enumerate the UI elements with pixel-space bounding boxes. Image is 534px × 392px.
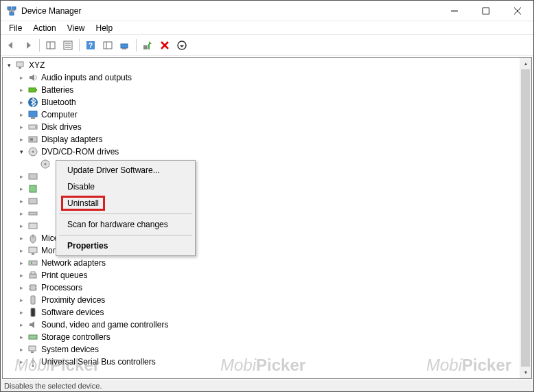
svg-rect-30 xyxy=(29,88,36,92)
ctx-properties[interactable]: Properties xyxy=(58,238,194,254)
chevron-right-icon[interactable]: ▸ xyxy=(16,246,26,255)
close-button[interactable] xyxy=(502,1,533,21)
scroll-thumb[interactable] xyxy=(521,69,530,367)
chevron-right-icon[interactable]: ▸ xyxy=(16,122,26,132)
tree-category-audio[interactable]: ▸ Audio inputs and outputs xyxy=(3,71,531,84)
tree-category-processors[interactable]: ▸ Processors xyxy=(3,281,531,294)
tree-category-disk-drives[interactable]: ▸ Disk drives xyxy=(3,121,531,133)
help-button[interactable]: ? xyxy=(83,38,98,53)
chevron-right-icon[interactable]: ▸ xyxy=(16,357,26,367)
properties-button[interactable] xyxy=(60,38,76,53)
scroll-down-icon[interactable]: ▾ xyxy=(520,367,531,378)
svg-point-66 xyxy=(32,365,34,367)
ctx-label: Update Driver Software... xyxy=(67,165,160,175)
disc-icon xyxy=(27,146,38,157)
svg-rect-61 xyxy=(31,296,35,304)
tree-category-print-queues[interactable]: ▸ Print queues xyxy=(3,269,531,281)
cpu-icon xyxy=(27,282,38,293)
chevron-right-icon[interactable]: ▸ xyxy=(16,209,26,218)
svg-rect-31 xyxy=(36,89,37,91)
chevron-right-icon[interactable]: ▸ xyxy=(16,85,26,95)
chevron-right-icon[interactable]: ▸ xyxy=(16,283,26,292)
svg-rect-23 xyxy=(143,45,148,49)
svg-rect-63 xyxy=(29,335,37,339)
tree-category-system[interactable]: ▸ System devices xyxy=(3,343,531,356)
update-driver-button[interactable] xyxy=(174,38,189,53)
tree-category-display-adapters[interactable]: ▸ Display adapters xyxy=(3,133,531,146)
svg-rect-11 xyxy=(47,42,55,49)
printer-icon xyxy=(27,270,38,281)
maximize-button[interactable] xyxy=(470,1,502,21)
chevron-right-icon[interactable]: ▸ xyxy=(16,196,26,206)
chevron-right-icon[interactable]: ▸ xyxy=(16,233,26,243)
ctx-disable[interactable]: Disable xyxy=(58,178,194,195)
tree-category-usb[interactable]: ▸ Universal Serial Bus controllers xyxy=(3,356,531,368)
chevron-down-icon[interactable]: ▾ xyxy=(16,147,26,157)
chevron-right-icon[interactable]: ▸ xyxy=(16,308,26,317)
svg-rect-19 xyxy=(104,42,112,49)
tree-category-network[interactable]: ▸ Network adapters xyxy=(3,257,531,269)
tree-category-proximity[interactable]: ▸ Proximity devices xyxy=(3,294,531,306)
forward-button[interactable] xyxy=(21,38,36,53)
tree-category-batteries[interactable]: ▸ Batteries xyxy=(3,84,531,96)
disable-button[interactable] xyxy=(157,38,172,53)
chevron-right-icon[interactable]: ▸ xyxy=(16,184,26,194)
menu-view[interactable]: View xyxy=(62,22,91,34)
context-menu: Update Driver Software... Disable Uninst… xyxy=(56,160,196,256)
usb-icon xyxy=(27,356,38,367)
node-label: Audio inputs and outputs xyxy=(41,73,132,82)
vertical-scrollbar[interactable]: ▴ ▾ xyxy=(520,58,531,378)
scroll-up-icon[interactable]: ▴ xyxy=(520,58,531,69)
svg-text:?: ? xyxy=(89,42,93,49)
tree-category-storage[interactable]: ▸ Storage controllers xyxy=(3,331,531,343)
chevron-right-icon[interactable]: ▸ xyxy=(16,73,26,82)
svg-rect-56 xyxy=(30,285,36,290)
tree-category-sound[interactable]: ▸ Sound, video and game controllers xyxy=(3,319,531,331)
chevron-right-icon[interactable]: ▸ xyxy=(16,97,26,107)
tree-category-dvd-cd-drives[interactable]: ▾ DVD/CD-ROM drives xyxy=(3,146,531,158)
node-label: Sound, video and game controllers xyxy=(41,320,168,330)
device-icon xyxy=(27,183,38,194)
scan-hardware-button[interactable] xyxy=(117,38,132,53)
tree-category-software[interactable]: ▸ Software devices xyxy=(3,306,531,319)
svg-rect-22 xyxy=(122,48,126,49)
show-hidden-button[interactable] xyxy=(43,38,58,53)
chevron-right-icon[interactable]: ▸ xyxy=(16,320,26,330)
chevron-right-icon[interactable]: ▸ xyxy=(16,332,26,342)
chevron-right-icon[interactable]: ▸ xyxy=(16,110,26,119)
chevron-right-icon[interactable]: ▸ xyxy=(16,270,26,280)
ctx-update-driver[interactable]: Update Driver Software... xyxy=(58,162,194,178)
svg-rect-34 xyxy=(31,117,35,119)
ctx-uninstall[interactable]: Uninstall xyxy=(58,195,194,211)
menu-help[interactable]: Help xyxy=(91,22,119,34)
chevron-right-icon[interactable]: ▸ xyxy=(16,172,26,181)
svg-rect-64 xyxy=(29,346,36,351)
svg-rect-29 xyxy=(19,67,21,69)
svg-rect-53 xyxy=(31,262,32,264)
svg-rect-52 xyxy=(29,261,37,265)
menu-action[interactable]: Action xyxy=(27,22,61,34)
menu-file[interactable]: File xyxy=(3,22,27,34)
svg-rect-47 xyxy=(29,223,37,229)
back-button[interactable] xyxy=(3,38,19,53)
chevron-right-icon[interactable]: ▸ xyxy=(16,258,26,268)
ctx-scan-hardware[interactable]: Scan for hardware changes xyxy=(58,216,194,233)
toolbar: ? xyxy=(1,35,533,56)
toolbar-separator xyxy=(136,39,137,51)
monitor-icon xyxy=(27,245,38,256)
tree-root[interactable]: ▾ XYZ xyxy=(3,59,531,71)
chevron-right-icon[interactable]: ▸ xyxy=(16,135,26,144)
chevron-right-icon[interactable]: ▸ xyxy=(16,221,26,231)
chevron-right-icon[interactable]: ▸ xyxy=(16,345,26,354)
tree-category-computer[interactable]: ▸ Computer xyxy=(3,108,531,121)
ctx-label: Uninstall xyxy=(61,196,105,211)
enable-button[interactable] xyxy=(140,38,155,53)
proximity-icon xyxy=(27,295,38,305)
tree-category-bluetooth[interactable]: ▸ Bluetooth xyxy=(3,96,531,108)
chevron-down-icon[interactable]: ▾ xyxy=(4,60,14,70)
node-label: Batteries xyxy=(41,85,73,95)
chevron-right-icon[interactable]: ▸ xyxy=(16,295,26,305)
minimize-button[interactable] xyxy=(439,1,470,21)
scan-button[interactable] xyxy=(100,38,115,53)
toolbar-separator xyxy=(79,39,80,51)
